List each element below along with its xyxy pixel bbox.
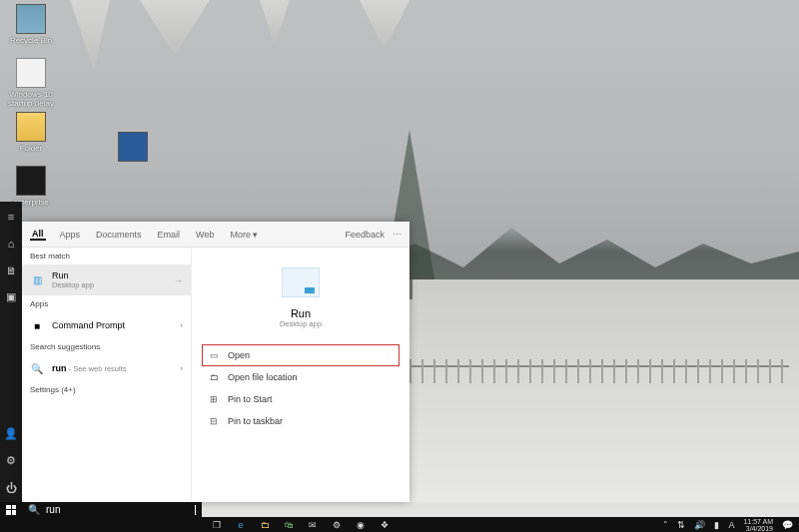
chevron-right-icon: › bbox=[180, 363, 183, 373]
search-icon: 🔍 bbox=[28, 504, 40, 515]
search-tabs: All Apps Documents Email Web More ▾ Feed… bbox=[22, 222, 409, 248]
taskbar: ❐ e 🗀 🛍 ✉ ⚙ ◉ ❖ ˄ ⇅ 🔊 ▮ A 11:57 AM 3/4/2… bbox=[0, 517, 799, 532]
feedback-link[interactable]: Feedback bbox=[345, 230, 385, 240]
file-explorer-icon[interactable]: 🗀 bbox=[258, 518, 272, 532]
store-icon[interactable]: 🛍 bbox=[282, 518, 296, 532]
desktop-icon-recycle-bin[interactable]: Recycle Bin bbox=[6, 4, 56, 45]
start-rail: ≡ ⌂ 🗎 ▣ 👤 ⚙ ⏻ bbox=[0, 202, 22, 502]
tab-email[interactable]: Email bbox=[156, 230, 183, 240]
detail-title: Run bbox=[202, 307, 400, 319]
tab-documents[interactable]: Documents bbox=[94, 230, 144, 240]
chevron-right-icon: › bbox=[180, 320, 183, 330]
documents-icon[interactable]: 🗎 bbox=[5, 264, 18, 276]
results-list: Best match ▥ Run Desktop app → Apps ■ Co… bbox=[22, 248, 192, 502]
settings-icon[interactable]: ⚙ bbox=[330, 518, 344, 532]
folder-icon: 🗀 bbox=[208, 371, 220, 383]
detail-subtitle: Desktop app bbox=[202, 319, 400, 328]
result-title: Command Prompt bbox=[52, 320, 125, 330]
result-run[interactable]: ▥ Run Desktop app → bbox=[22, 265, 191, 295]
clock[interactable]: 11:57 AM 3/4/2019 bbox=[743, 518, 773, 532]
section-best-match: Best match bbox=[22, 248, 191, 265]
action-center-icon[interactable]: 💬 bbox=[782, 520, 793, 530]
chevron-down-icon: ▾ bbox=[253, 230, 258, 240]
search-panel: All Apps Documents Email Web More ▾ Feed… bbox=[22, 222, 409, 502]
search-icon: 🔍 bbox=[30, 361, 44, 375]
action-pin-to-start[interactable]: ⊞Pin to Start bbox=[202, 388, 400, 410]
section-suggestions: Search suggestions bbox=[22, 338, 191, 355]
home-icon[interactable]: ⌂ bbox=[5, 237, 18, 250]
action-pin-to-taskbar[interactable]: ⊟Pin to taskbar bbox=[202, 410, 400, 432]
network-icon[interactable]: ⇅ bbox=[677, 520, 685, 530]
run-app-icon bbox=[282, 267, 320, 297]
tray-expand-icon[interactable]: ˄ bbox=[663, 520, 668, 530]
start-button[interactable] bbox=[0, 502, 22, 517]
detail-pane: Run Desktop app ▭Open 🗀Open file locatio… bbox=[192, 248, 409, 502]
search-input[interactable] bbox=[46, 504, 189, 515]
power-icon[interactable]: ⏻ bbox=[5, 481, 18, 494]
windows-logo-icon bbox=[6, 505, 16, 515]
result-command-prompt[interactable]: ■ Command Prompt › bbox=[22, 312, 191, 338]
chevron-right-icon: → bbox=[174, 275, 183, 285]
run-icon: ▥ bbox=[30, 273, 44, 287]
result-title: Run bbox=[52, 270, 94, 280]
pin-icon: ⊟ bbox=[208, 415, 220, 427]
tab-all[interactable]: All bbox=[30, 229, 46, 241]
menu-icon[interactable]: ≡ bbox=[5, 210, 18, 223]
pin-icon: ⊞ bbox=[208, 393, 220, 405]
section-settings[interactable]: Settings (4+) bbox=[22, 381, 191, 398]
desktop-icon-folder[interactable]: Folder bbox=[6, 112, 56, 153]
app-icon[interactable]: ❖ bbox=[378, 518, 392, 532]
chrome-icon[interactable]: ◉ bbox=[354, 518, 368, 532]
volume-icon[interactable]: 🔊 bbox=[694, 520, 705, 530]
more-options-icon[interactable]: ⋯ bbox=[393, 230, 401, 240]
task-view-icon[interactable]: ❐ bbox=[210, 518, 224, 532]
taskbar-search[interactable]: 🔍 bbox=[22, 502, 202, 517]
ime-icon[interactable]: A bbox=[728, 520, 734, 530]
edge-icon[interactable]: e bbox=[234, 518, 248, 532]
result-subtitle: Desktop app bbox=[52, 280, 94, 289]
action-open-file-location[interactable]: 🗀Open file location bbox=[202, 366, 400, 388]
tab-more[interactable]: More ▾ bbox=[228, 230, 260, 240]
tab-apps[interactable]: Apps bbox=[58, 230, 83, 240]
section-apps: Apps bbox=[22, 295, 191, 312]
account-icon[interactable]: 👤 bbox=[5, 427, 18, 440]
tab-web[interactable]: Web bbox=[194, 230, 216, 240]
action-open[interactable]: ▭Open bbox=[202, 344, 400, 366]
settings-icon[interactable]: ⚙ bbox=[5, 454, 18, 467]
cmd-icon: ■ bbox=[30, 318, 44, 332]
pictures-icon[interactable]: ▣ bbox=[5, 290, 18, 303]
desktop-icon-app[interactable] bbox=[108, 132, 158, 164]
desktop-icon-enterprise[interactable]: enterprise bbox=[6, 166, 56, 207]
open-icon: ▭ bbox=[208, 349, 220, 361]
result-web-search[interactable]: 🔍 run - See web results › bbox=[22, 355, 191, 381]
battery-icon[interactable]: ▮ bbox=[714, 520, 719, 530]
mail-icon[interactable]: ✉ bbox=[306, 518, 320, 532]
desktop-icon-shortcut[interactable]: Windows 10 startup delay bbox=[6, 58, 56, 108]
